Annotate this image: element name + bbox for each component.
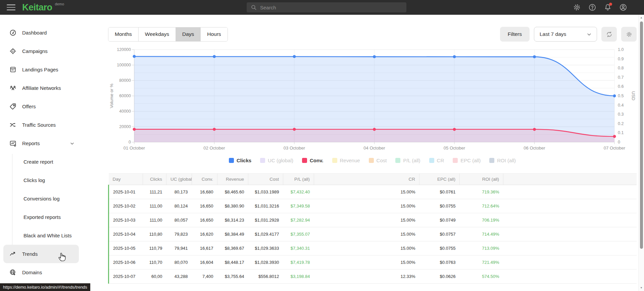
legend-item[interactable]: Conv. <box>302 158 324 163</box>
domains-icon <box>9 269 16 276</box>
table-row: 2025-10-03111,0080,05716,650$8,314.23$1,… <box>109 213 637 227</box>
column-header: EPC (all) <box>419 174 460 185</box>
y-axis-left-labels: 020000400006000080000100000120000 <box>115 50 134 142</box>
reports-submenu: Create report Clicks log Conversions log… <box>0 153 82 263</box>
column-header: Clicks <box>143 174 166 185</box>
date-range-select[interactable]: Last 7 days <box>534 27 597 42</box>
dashboard-icon <box>9 29 16 36</box>
topbar: Keitaro demo <box>0 0 644 15</box>
plot-area: 01 October02 October03 October04 October… <box>134 50 614 142</box>
legend-item[interactable]: Cost <box>369 158 387 163</box>
vertical-scrollbar[interactable]: ▲ ▼ <box>638 15 644 291</box>
y-axis-right-title: USD <box>630 50 637 142</box>
help-icon[interactable] <box>588 3 596 11</box>
scroll-down-arrow[interactable]: ▼ <box>639 286 644 290</box>
tab-hours[interactable]: Hours <box>201 27 227 41</box>
legend-item[interactable]: UC (global) <box>260 158 293 163</box>
hamburger-menu-icon[interactable] <box>7 4 15 10</box>
table-body: 2025-10-01111,2180,17316,680$8,465.60$1,… <box>109 185 637 284</box>
chart-settings-button[interactable] <box>621 27 637 42</box>
sidebar-item-affiliate-networks[interactable]: Affiliate Networks <box>0 79 82 97</box>
column-header: ROI (all) <box>460 174 503 185</box>
refresh-button[interactable] <box>601 27 617 42</box>
trend-plot <box>134 50 614 142</box>
search-input[interactable] <box>260 5 402 10</box>
sidebar-item-campaigns[interactable]: Campaigns <box>0 42 82 60</box>
legend-swatch-icon <box>453 158 458 163</box>
tab-months[interactable]: Months <box>108 27 139 41</box>
column-header: P/L (all) <box>283 174 314 185</box>
user-account-icon[interactable] <box>619 3 627 11</box>
gear-icon <box>626 31 632 38</box>
notification-badge <box>609 3 612 6</box>
legend-item[interactable]: Revenue <box>332 158 360 163</box>
reports-icon <box>9 140 16 147</box>
legend-swatch-icon <box>369 158 374 163</box>
legend-item[interactable]: ROI (all) <box>489 158 516 163</box>
sidebar-item-landings-pages[interactable]: Landings Pages <box>0 60 82 79</box>
offers-icon <box>9 103 16 110</box>
date-range-value: Last 7 days <box>540 31 566 37</box>
granularity-tabs: Months Weekdays Days Hours <box>108 27 228 42</box>
search-bar[interactable] <box>247 2 406 12</box>
trends-chart: Volume or % 0200004000060000800001000001… <box>108 50 637 163</box>
table-row: 2025-10-04110,8079,82316,620$8,384.49$1,… <box>109 227 637 241</box>
traffic-sources-icon <box>9 121 16 128</box>
filters-button[interactable]: Filters <box>500 27 530 42</box>
y-axis-left-title: Volume or % <box>108 50 115 142</box>
chevron-down-icon <box>69 141 75 146</box>
legend-item[interactable]: EPC (all) <box>453 158 481 163</box>
sidebar-item-domains[interactable]: Domains <box>0 263 82 282</box>
campaigns-icon <box>9 48 16 55</box>
sidebar-item-exported-reports[interactable]: Exported reports <box>0 208 82 226</box>
sidebar-item-clicks-log[interactable]: Clicks log <box>0 171 82 189</box>
sidebar-item-black-white-lists[interactable]: Black and White Lists <box>0 226 82 245</box>
x-axis-labels: 01 October02 October03 October04 October… <box>134 146 614 156</box>
table-row: 2025-10-06110,7080,07016,604$8,448.17$1,… <box>109 255 637 270</box>
table-header-row: DayClicksUC (global)Conv.RevenueCostP/L … <box>109 174 637 185</box>
settings-gear-icon[interactable] <box>573 3 581 11</box>
legend-item[interactable]: Clicks <box>229 158 251 163</box>
sidebar-item-conversions-log[interactable]: Conversions log <box>0 189 82 208</box>
main-content: Months Weekdays Days Hours Filters Last … <box>82 15 644 291</box>
legend-item[interactable]: CR <box>429 158 444 163</box>
sidebar-item-create-report[interactable]: Create report <box>0 153 82 171</box>
refresh-icon <box>606 31 613 38</box>
column-header: CR <box>314 174 419 185</box>
trends-table: DayClicksUC (global)Conv.RevenueCostP/L … <box>108 173 637 284</box>
sidebar-item-offers[interactable]: Offers <box>0 97 82 116</box>
table-row: 2025-10-0760,0043,2887,400$3,755.64$556.… <box>109 270 637 284</box>
column-header: UC (global) <box>166 174 192 185</box>
tab-days[interactable]: Days <box>176 27 201 41</box>
sidebar-item-reports[interactable]: Reports <box>0 134 82 153</box>
toolbar: Months Weekdays Days Hours Filters Last … <box>108 27 637 42</box>
legend-swatch-icon <box>489 158 494 163</box>
affiliate-networks-icon <box>9 84 16 92</box>
sidebar-item-trends[interactable]: Trends <box>3 245 79 263</box>
table-row: 2025-10-05110,7979,94116,617$8,369.67$1,… <box>109 241 637 255</box>
legend-item[interactable]: P/L (all) <box>395 158 420 163</box>
table-row: 2025-10-02111,0080,12416,650$8,380.90$1,… <box>109 199 637 213</box>
legend-swatch-icon <box>229 158 234 163</box>
legend-swatch-icon <box>332 158 337 163</box>
column-header: Conv. <box>192 174 217 185</box>
column-header: Day <box>109 174 143 185</box>
brand-logo: Keitaro <box>22 3 52 12</box>
sidebar: Dashboard Campaigns Landings Pages Affil… <box>0 15 82 291</box>
trending-up-icon <box>9 250 16 257</box>
scrollbar-thumb[interactable] <box>640 21 643 249</box>
legend-swatch-icon <box>429 158 434 163</box>
table-row: 2025-10-01111,2180,17316,680$8,465.60$1,… <box>109 185 637 199</box>
status-url-bar: https://demo.keitaro.io/admin/#!/trends/… <box>0 283 90 291</box>
scroll-up-arrow[interactable]: ▲ <box>639 15 644 20</box>
landing-pages-icon <box>9 66 16 73</box>
legend-swatch-icon <box>302 158 307 163</box>
sidebar-item-dashboard[interactable]: Dashboard <box>0 23 82 42</box>
legend-swatch-icon <box>260 158 265 163</box>
notifications-bell-icon[interactable] <box>604 3 612 11</box>
sidebar-item-traffic-sources[interactable]: Traffic Sources <box>0 116 82 134</box>
search-icon <box>251 4 257 10</box>
chart-legend: ClicksUC (global)Conv.RevenueCostP/L (al… <box>108 158 637 163</box>
y-axis-right-labels: 00.10.20.30.40.50.60.70.80.91.0 <box>614 50 630 142</box>
tab-weekdays[interactable]: Weekdays <box>139 27 176 41</box>
